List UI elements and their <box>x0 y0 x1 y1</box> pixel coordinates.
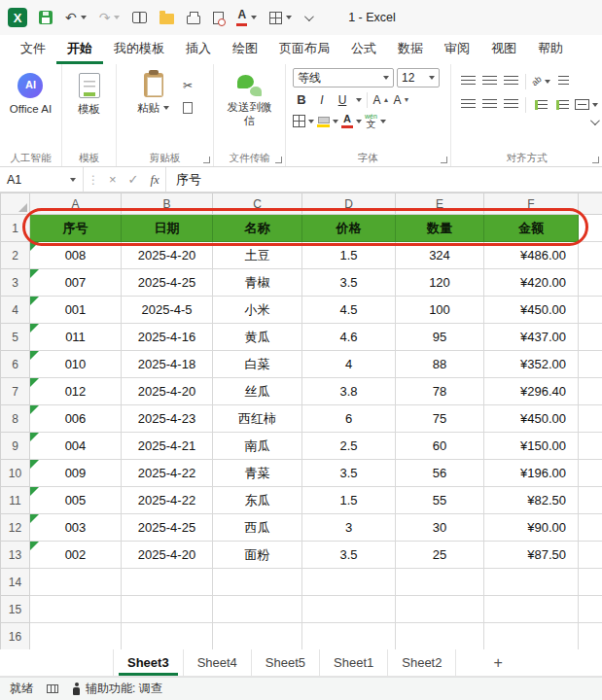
row-header-3[interactable]: 3 <box>1 269 30 297</box>
row-header-8[interactable]: 8 <box>1 405 30 433</box>
cell-C4[interactable]: 小米 <box>213 297 302 324</box>
insert-function-button[interactable]: fx <box>145 172 165 188</box>
column-header-B[interactable]: B <box>122 193 213 215</box>
cell-E7[interactable]: 78 <box>396 378 484 405</box>
row-header-10[interactable]: 10 <box>1 460 30 487</box>
row-header-16[interactable]: 16 <box>1 623 30 650</box>
borders-button[interactable] <box>265 9 297 27</box>
cell-F14[interactable] <box>484 569 579 596</box>
cell-partial-8[interactable] <box>579 405 602 433</box>
cell-B9[interactable]: 2025-4-21 <box>122 433 213 460</box>
cell-partial-3[interactable] <box>579 269 602 297</box>
cell-B15[interactable] <box>122 596 213 623</box>
cell-D12[interactable]: 3 <box>302 514 396 542</box>
add-sheet-button[interactable]: + <box>481 649 513 676</box>
cell-F9[interactable]: ¥150.00 <box>484 433 579 460</box>
font-color-button[interactable]: A <box>341 112 362 130</box>
cell-F16[interactable] <box>484 623 579 650</box>
cell-D2[interactable]: 1.5 <box>302 242 396 269</box>
align-bottom-button[interactable] <box>502 72 519 90</box>
cell-A3[interactable]: 007 <box>30 269 122 297</box>
cell-F6[interactable]: ¥352.00 <box>484 351 579 378</box>
cell-B13[interactable]: 2025-4-20 <box>122 542 213 569</box>
reading-view-button[interactable] <box>127 9 152 26</box>
cell-A13[interactable]: 002 <box>30 542 122 569</box>
row-header-7[interactable]: 7 <box>1 378 30 405</box>
cell-partial-16[interactable] <box>579 623 602 650</box>
tab-data[interactable]: 数据 <box>387 35 434 64</box>
column-header-A[interactable]: A <box>30 193 122 215</box>
bold-button[interactable]: B <box>293 90 310 109</box>
cell-A14[interactable] <box>30 569 122 596</box>
confirm-entry-button[interactable]: ✓ <box>123 172 145 187</box>
cell-D8[interactable]: 6 <box>302 405 396 433</box>
font-size-select[interactable]: 12 <box>397 68 440 88</box>
cell-partial-11[interactable] <box>579 487 602 514</box>
sheet-tab-sheet4[interactable]: Sheet4 <box>184 649 252 676</box>
sheet-tab-sheet1[interactable]: Sheet1 <box>320 649 388 676</box>
cell-A10[interactable]: 009 <box>30 460 122 487</box>
row-header-15[interactable]: 15 <box>1 596 30 623</box>
cell-F10[interactable]: ¥196.00 <box>484 460 579 487</box>
cell-C3[interactable]: 青椒 <box>213 269 302 297</box>
cell-A16[interactable] <box>30 623 122 650</box>
cell-A5[interactable]: 011 <box>30 324 122 351</box>
cell-A1[interactable]: 序号 <box>30 215 122 242</box>
formula-input[interactable]: 序号 <box>165 167 602 192</box>
office-ai-button[interactable]: AI Office AI <box>6 68 55 118</box>
column-header-C[interactable]: C <box>213 193 302 215</box>
tab-my-templates[interactable]: 我的模板 <box>103 35 175 64</box>
cell-C8[interactable]: 西红柿 <box>213 405 302 433</box>
cell-E12[interactable]: 30 <box>396 514 484 542</box>
row-header-4[interactable]: 4 <box>1 297 30 324</box>
font-color-button[interactable]: A <box>231 6 262 28</box>
column-header-D[interactable]: D <box>302 193 396 215</box>
align-center-button[interactable] <box>480 95 498 114</box>
cell-B14[interactable] <box>122 569 213 596</box>
tab-insert[interactable]: 插入 <box>175 35 222 64</box>
cell-partial-5[interactable] <box>579 324 602 351</box>
underline-button[interactable]: U <box>334 90 351 109</box>
cancel-entry-button[interactable]: × <box>103 172 123 187</box>
cell-E10[interactable]: 56 <box>396 460 484 487</box>
cell-D9[interactable]: 2.5 <box>302 433 396 460</box>
cell-C14[interactable] <box>213 569 302 596</box>
cell-F8[interactable]: ¥450.00 <box>484 405 579 433</box>
cell-E3[interactable]: 120 <box>396 269 484 297</box>
select-all-button[interactable] <box>1 193 30 215</box>
cell-B16[interactable] <box>122 623 213 650</box>
cell-A7[interactable]: 012 <box>30 378 122 405</box>
italic-button[interactable]: I <box>313 90 331 109</box>
cell-B7[interactable]: 2025-4-20 <box>122 378 213 405</box>
undo-button[interactable]: ↶ <box>60 8 91 27</box>
fill-color-button[interactable] <box>317 112 338 130</box>
cell-E8[interactable]: 75 <box>396 405 484 433</box>
cell-C7[interactable]: 丝瓜 <box>213 378 302 405</box>
cell-D6[interactable]: 4 <box>302 351 396 378</box>
accessibility-status[interactable]: 辅助功能: 调查 <box>72 681 162 697</box>
cell-partial-9[interactable] <box>579 433 602 460</box>
cell-F4[interactable]: ¥450.00 <box>484 297 579 324</box>
cell-A15[interactable] <box>30 596 122 623</box>
cell-D3[interactable]: 3.5 <box>302 269 396 297</box>
cell-E1[interactable]: 数量 <box>396 215 484 242</box>
cell-partial-15[interactable] <box>579 596 602 623</box>
cell-B5[interactable]: 2025-4-16 <box>122 324 213 351</box>
cell-D14[interactable] <box>302 569 396 596</box>
row-header-1[interactable]: 1 <box>1 215 30 242</box>
cell-B8[interactable]: 2025-4-23 <box>122 405 213 433</box>
column-header-F[interactable]: F <box>484 193 579 215</box>
save-button[interactable] <box>34 8 57 27</box>
tab-page-layout[interactable]: 页面布局 <box>268 35 340 64</box>
tab-draw[interactable]: 绘图 <box>222 35 268 64</box>
cell-B4[interactable]: 2025-4-5 <box>122 297 213 324</box>
cell-A12[interactable]: 003 <box>30 514 122 542</box>
phonetic-guide-button[interactable]: wén文 <box>365 112 386 130</box>
cell-C12[interactable]: 西瓜 <box>213 514 302 542</box>
tab-home[interactable]: 开始 <box>56 35 103 64</box>
row-header-12[interactable]: 12 <box>1 514 30 542</box>
cell-D7[interactable]: 3.8 <box>302 378 396 405</box>
cell-D15[interactable] <box>302 596 396 623</box>
align-middle-button[interactable] <box>480 72 498 90</box>
tab-review[interactable]: 审阅 <box>434 35 480 64</box>
